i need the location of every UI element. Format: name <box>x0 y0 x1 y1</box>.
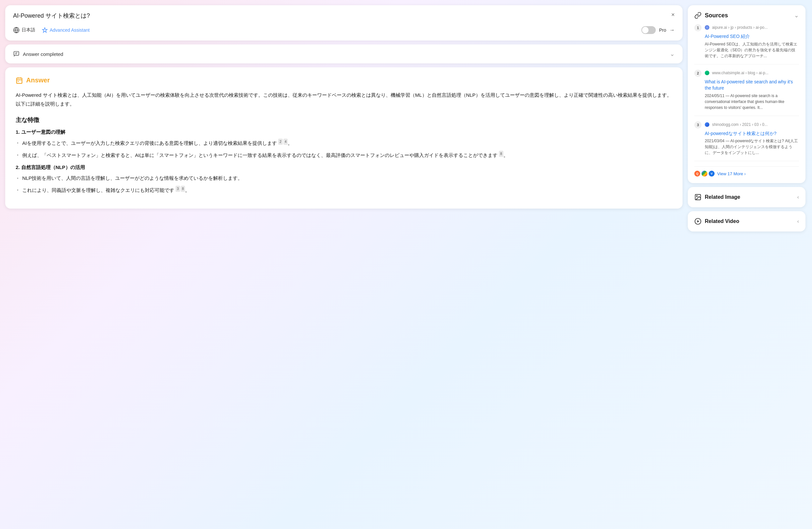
source-num-3: 3 <box>694 121 701 128</box>
view-more-link[interactable]: View 17 More › <box>717 171 745 176</box>
source-header-3: 3 shinodogg.com › 2021 › 03 › 0... <box>694 121 799 128</box>
svg-rect-5 <box>17 78 22 83</box>
related-image-card[interactable]: Related Image ‹ <box>688 187 806 207</box>
related-image-title: Related Image <box>694 194 740 201</box>
language-option[interactable]: 日本語 <box>13 27 35 33</box>
source-link-3[interactable]: AI-poweredなサイト検索とは何か? <box>705 130 799 137</box>
feature-num-1: 1. <box>16 129 21 135</box>
related-video-title: Related Video <box>694 218 739 225</box>
source-link-1[interactable]: AI-Powered SEO 紹介 <box>705 33 799 40</box>
chevron-down-icon: ⌄ <box>670 51 675 58</box>
globe-icon <box>13 27 19 33</box>
svg-point-11 <box>696 196 697 197</box>
source-item-2: 2 www.chatsimple.ai › blog › ai-p... Wha… <box>694 70 799 116</box>
feature-item-1: 1. ユーザー意図の理解 AIを使用することで、ユーザーが入力した検索クエリの背… <box>16 129 672 159</box>
image-icon <box>694 194 701 201</box>
related-image-chevron-icon: ‹ <box>797 194 799 200</box>
chat-icon <box>13 51 19 57</box>
search-query-row: AI-Powered サイト検索とは? × <box>13 12 675 19</box>
related-video-chevron-icon: ‹ <box>797 218 799 224</box>
bullet-2-1: NLP技術を用いて、人間の言語を理解し、ユーザーがどのような情報を求めているかを… <box>16 174 672 183</box>
feature-bullets-1: AIを使用することで、ユーザーが入力した検索クエリの背後にある意図を理解し、より… <box>16 139 672 159</box>
svg-marker-13 <box>697 220 699 223</box>
main-heading: 主な特徴 <box>16 116 672 124</box>
sup-3: 3 <box>176 186 180 192</box>
sources-card: Sources ⌄ 1 aipure.ai › jp › products › … <box>688 5 806 183</box>
video-icon <box>694 218 701 225</box>
bullet-2-2: これにより、同義語や文脈を理解し、複雑なクエリにも対応可能です 3 8 。 <box>16 186 672 195</box>
related-video-section: Related Video ‹ <box>694 218 799 225</box>
lang-label: 日本語 <box>21 27 35 33</box>
answer-completed-label: Answer completed <box>23 51 63 57</box>
favicon-group: Q V <box>694 171 714 176</box>
source-snippet-3: 2021/03/04 — AI-poweredなサイト検索とは? AI(人工知能… <box>705 138 799 156</box>
source-num-1: 1 <box>694 24 701 31</box>
svg-rect-9 <box>18 81 19 82</box>
bullet-1-2: 例えば、「ベストスマートフォン」と検索すると、AIは単に「スマートフォン」という… <box>16 151 672 159</box>
sources-title: Sources <box>694 12 728 19</box>
source-item-3: 3 shinodogg.com › 2021 › 03 › 0... AI-po… <box>694 121 799 161</box>
source-url-3: shinodogg.com › 2021 › 03 › 0... <box>705 121 768 128</box>
answer-completed-box[interactable]: Answer completed ⌄ <box>5 44 683 63</box>
source-favicon-3 <box>705 122 709 127</box>
search-query-text: AI-Powered サイト検索とは? <box>13 12 90 19</box>
pro-section: Pro → <box>641 26 675 34</box>
link-icon <box>694 12 701 19</box>
search-box: AI-Powered サイト検索とは? × 日本語 Advanced Assis… <box>5 5 683 41</box>
answer-title: Answer <box>16 76 672 84</box>
related-image-label: Related Image <box>705 194 740 200</box>
favicon-h: V <box>709 171 714 176</box>
feature-item-2: 2. 自然言語処理（NLP）の活用 NLP技術を用いて、人間の言語を理解し、ユー… <box>16 165 672 194</box>
source-num-2: 2 <box>694 70 701 77</box>
sources-title-text: Sources <box>705 12 728 19</box>
sup-badges-2-2: 3 8 <box>176 186 185 192</box>
related-image-section: Related Image ‹ <box>694 194 799 201</box>
source-link-2[interactable]: What is AI-powered site search and why i… <box>705 79 799 91</box>
feature-title-1: 1. ユーザー意図の理解 <box>16 129 672 135</box>
source-header-2: 2 www.chatsimple.ai › blog › ai-p... <box>694 70 799 77</box>
source-snippet-1: AI-Powered SEOは、人工知能の力を活用して検索エンジン最適化（SEO… <box>705 41 799 59</box>
feature-num-2: 2. <box>16 165 21 170</box>
sup-8-2: 8 <box>181 186 185 192</box>
svg-rect-2 <box>14 52 19 56</box>
calendar-icon <box>16 77 23 84</box>
pro-toggle[interactable] <box>641 26 656 34</box>
sidebar: Sources ⌄ 1 aipure.ai › jp › products › … <box>688 5 806 524</box>
main-content: AI-Powered サイト検索とは? × 日本語 Advanced Assis… <box>5 5 683 524</box>
view-more-section: Q V View 17 More › <box>694 167 799 176</box>
source-url-1: aipure.ai › jp › products › ai-po... <box>705 24 768 30</box>
source-snippet-2: 2024/05/11 — AI-powered site search is a… <box>705 93 799 111</box>
advanced-label: Advanced Assistant <box>50 27 90 33</box>
favicon-q: Q <box>694 171 700 176</box>
sup-8-1: 8 <box>499 151 504 157</box>
sup-badges-1-2: 8 <box>499 151 504 157</box>
answer-intro: AI-Powered サイト検索とは、人工知能（AI）を用いてユーザーの検索体験… <box>16 90 672 108</box>
close-button[interactable]: × <box>671 12 675 18</box>
source-favicon-2 <box>705 71 709 75</box>
feature-bullets-2: NLP技術を用いて、人間の言語を理解し、ユーザーがどのような情報を求めているかを… <box>16 174 672 194</box>
search-options: 日本語 Advanced Assistant Pro → <box>13 26 675 34</box>
pro-arrow-button[interactable]: → <box>669 27 675 33</box>
source-favicon-1 <box>705 25 709 30</box>
related-video-card[interactable]: Related Video ‹ <box>688 211 806 231</box>
source-header-1: 1 aipure.ai › jp › products › ai-po... <box>694 24 799 31</box>
bullet-1-1: AIを使用することで、ユーザーが入力した検索クエリの背後にある意図を理解し、より… <box>16 139 672 147</box>
source-item-1: 1 aipure.ai › jp › products › ai-po... A… <box>694 24 799 65</box>
sources-header: Sources ⌄ <box>694 12 799 19</box>
advanced-assistant-option[interactable]: Advanced Assistant <box>42 27 90 33</box>
answer-section: Answer AI-Powered サイト検索とは、人工知能（AI）を用いてユー… <box>5 67 683 209</box>
features-list: 1. ユーザー意図の理解 AIを使用することで、ユーザーが入力した検索クエリの背… <box>16 129 672 194</box>
feature-title-2: 2. 自然言語処理（NLP）の活用 <box>16 165 672 171</box>
sparkle-icon <box>42 27 48 33</box>
answer-completed-left: Answer completed <box>13 51 63 57</box>
answer-title-text: Answer <box>26 76 50 84</box>
favicon-g <box>701 171 707 176</box>
source-url-2: www.chatsimple.ai › blog › ai-p... <box>705 70 769 76</box>
sup-2: 2 <box>278 139 283 145</box>
pro-label: Pro <box>659 27 666 33</box>
sup-badges-1-1: 2 4 <box>278 139 288 145</box>
related-video-label: Related Video <box>705 218 739 224</box>
sources-collapse-button[interactable]: ⌄ <box>794 12 799 19</box>
sup-4: 4 <box>284 139 288 145</box>
